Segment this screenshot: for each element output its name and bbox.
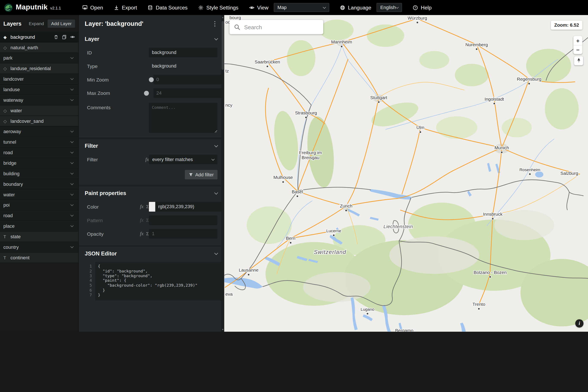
opacity-input[interactable] — [149, 229, 218, 238]
fx-expression-icon[interactable]: fx — [140, 204, 143, 210]
group-collapse-caret-icon[interactable] — [70, 203, 74, 206]
group-collapse-caret-icon[interactable] — [70, 172, 74, 174]
group-collapse-caret-icon[interactable] — [70, 77, 74, 80]
toggle-visibility-icon[interactable] — [70, 34, 75, 40]
layer-item-boundary[interactable]: boundary — [0, 179, 78, 190]
color-input[interactable] — [155, 204, 222, 209]
opacity-label: Opacity — [87, 231, 136, 236]
json-code[interactable]: { "id": "background", "type": "backgroun… — [95, 262, 224, 300]
layer-item-tunnel[interactable]: tunnel — [0, 137, 78, 148]
section-json-header[interactable]: JSON Editor — [79, 247, 224, 260]
fx-expression-icon[interactable]: fx — [145, 156, 149, 162]
layer-kebab-menu-icon[interactable]: ⋮ — [212, 20, 218, 28]
group-collapse-caret-icon[interactable] — [70, 140, 74, 143]
group-collapse-caret-icon[interactable] — [70, 87, 74, 90]
duplicate-layer-icon[interactable] — [62, 34, 67, 40]
zoom-out-button[interactable]: − — [573, 45, 583, 54]
layer-item-park[interactable]: park — [0, 53, 78, 64]
section-layer-title: Layer — [85, 36, 99, 42]
map-navigation-controls: + − — [573, 36, 583, 65]
group-collapse-caret-icon[interactable] — [70, 161, 74, 164]
layer-item-background[interactable]: ◆background — [0, 32, 78, 42]
compass-button[interactable] — [574, 56, 583, 65]
json-editor[interactable]: 1234567 { "id": "background", "type": "b… — [79, 262, 224, 300]
pattern-input[interactable] — [149, 216, 218, 225]
map-canvas[interactable]: WürzburgMannheimNurembergSaarbrückenRege… — [224, 15, 588, 332]
json-code-line: } — [98, 293, 224, 298]
editor-scrollbar[interactable]: ▲ ▼ — [221, 15, 224, 332]
section-layer-header[interactable]: Layer — [79, 32, 224, 46]
type-value[interactable]: background — [149, 64, 176, 68]
group-collapse-caret-icon[interactable] — [70, 98, 74, 101]
layer-item-landcover[interactable]: landcover — [0, 74, 78, 84]
group-collapse-caret-icon[interactable] — [70, 245, 74, 248]
attribution-info-button[interactable]: i — [575, 319, 584, 328]
layer-item-building[interactable]: building — [0, 168, 78, 179]
scrollbar-thumb[interactable] — [222, 21, 224, 70]
view-select-value: Map — [278, 5, 287, 10]
layer-item-poi[interactable]: poi — [0, 200, 78, 210]
map-search-control[interactable] — [230, 20, 323, 34]
layer-item-landuse[interactable]: landuse — [0, 84, 78, 95]
group-collapse-caret-icon[interactable] — [70, 56, 74, 59]
layer-item-landcover_sand[interactable]: ◇landcover_sand — [0, 116, 78, 126]
max-zoom-input[interactable] — [153, 88, 222, 98]
comments-textarea[interactable] — [149, 103, 218, 133]
layer-item-natural_earth[interactable]: ◇natural_earth — [0, 42, 78, 53]
help-button[interactable]: ? Help — [413, 4, 432, 10]
add-layer-button[interactable]: Add Layer — [48, 19, 75, 28]
language-label: Language — [348, 4, 371, 10]
sigma-data-icon[interactable]: Σ — [146, 204, 149, 209]
layer-item-country[interactable]: country — [0, 242, 78, 252]
chevron-down-icon — [214, 144, 218, 147]
section-paint-header[interactable]: Paint properties — [79, 186, 224, 200]
group-collapse-caret-icon[interactable] — [70, 150, 74, 154]
min-zoom-input[interactable] — [153, 74, 222, 84]
sigma-data-icon[interactable]: Σ — [146, 231, 149, 236]
view-select[interactable]: Map — [274, 3, 329, 12]
slider-knob[interactable] — [144, 90, 149, 96]
fx-expression-icon[interactable]: fx — [140, 217, 143, 223]
json-code-line: "type": "background", — [98, 273, 224, 278]
scrollbar-up-icon[interactable]: ▲ — [221, 16, 224, 19]
group-collapse-caret-icon[interactable] — [70, 182, 74, 185]
export-button[interactable]: Export — [113, 4, 137, 10]
layer-label: park — [3, 55, 12, 60]
view-button[interactable]: View — [249, 4, 269, 10]
group-collapse-caret-icon[interactable] — [70, 192, 74, 196]
delete-layer-icon[interactable] — [54, 34, 59, 40]
language-select[interactable]: English — [376, 3, 402, 12]
group-collapse-caret-icon[interactable] — [70, 130, 74, 133]
section-filter-header[interactable]: Filter — [79, 139, 224, 153]
color-swatch[interactable] — [149, 202, 155, 212]
layer-item-waterway[interactable]: waterway — [0, 95, 78, 105]
open-button[interactable]: Open — [82, 4, 103, 10]
layer-item-bridge[interactable]: bridge — [0, 158, 78, 168]
data-sources-button[interactable]: Data Sources — [147, 4, 187, 10]
layer-item-place[interactable]: place — [0, 221, 78, 232]
layer-item-road[interactable]: road — [0, 210, 78, 221]
slider-knob[interactable] — [149, 77, 154, 82]
group-collapse-caret-icon[interactable] — [70, 213, 74, 216]
sigma-data-icon[interactable]: Σ — [146, 218, 149, 223]
style-settings-button[interactable]: Style Settings — [198, 4, 239, 10]
layer-item-water[interactable]: ◇water — [0, 105, 78, 116]
fx-expression-icon[interactable]: fx — [140, 231, 143, 237]
layer-item-state[interactable]: Tstate — [0, 232, 78, 242]
layer-item-continent[interactable]: Tcontinent — [0, 252, 78, 263]
layer-item-landuse_residential[interactable]: ◇landuse_residential — [0, 64, 78, 74]
filter-combinator-select[interactable]: every filter matches — [149, 154, 218, 164]
layer-item-aeroway[interactable]: aeroway — [0, 126, 78, 137]
layer-item-water[interactable]: water — [0, 190, 78, 200]
map-city-dot — [248, 274, 250, 276]
language-button[interactable]: Language — [340, 4, 371, 10]
zoom-in-button[interactable]: + — [573, 36, 583, 45]
group-collapse-caret-icon[interactable] — [70, 224, 74, 227]
search-input[interactable] — [244, 24, 319, 30]
layer-item-road[interactable]: road — [0, 148, 78, 158]
id-input[interactable] — [149, 48, 218, 58]
map-city-label: Regensburg — [517, 76, 541, 82]
scrollbar-down-icon[interactable]: ▼ — [221, 328, 224, 331]
add-filter-button[interactable]: Add filter — [185, 170, 218, 179]
expand-button[interactable]: Expand — [29, 21, 44, 26]
